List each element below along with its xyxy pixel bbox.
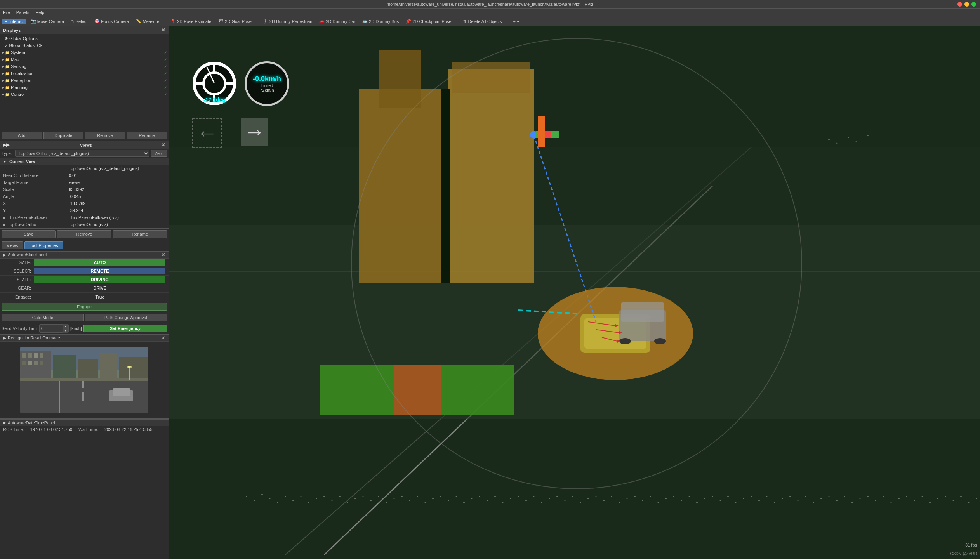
viewport[interactable]: -17.2deg -0.0km/h limited 72km/h ← → 31 …: [169, 26, 980, 559]
autoware-panel-close[interactable]: ✕: [161, 252, 165, 257]
control-check-icon: ✓: [164, 92, 167, 97]
svg-point-84: [440, 496, 441, 497]
tab-views[interactable]: Views: [2, 241, 23, 249]
tree-item-localization[interactable]: ▶ 📁 Localization ✓: [0, 70, 169, 77]
viewport-svg: [169, 26, 980, 559]
tree-item-planning[interactable]: ▶ 📁 Planning ✓: [0, 84, 169, 91]
window-controls: [957, 2, 976, 7]
recognition-close[interactable]: ✕: [161, 335, 165, 340]
tree-item-control[interactable]: ▶ 📁 Control ✓: [0, 91, 169, 98]
tab-tool-properties[interactable]: Tool Properties: [24, 241, 63, 249]
steering-value: -17.2deg: [203, 97, 226, 103]
minimize-btn[interactable]: [964, 2, 969, 7]
measure-btn[interactable]: 📏 Measure: [134, 18, 162, 24]
select-icon: ↖: [71, 19, 75, 24]
tree-item-perception[interactable]: ▶ 📁 Perception ✓: [0, 77, 169, 84]
velocity-input[interactable]: [40, 326, 63, 331]
svg-rect-30: [169, 147, 980, 419]
svg-point-154: [828, 139, 830, 140]
focus-camera-btn[interactable]: 🎯 Focus Camera: [92, 18, 131, 24]
remove-view-btn[interactable]: Remove: [57, 230, 111, 238]
svg-point-82: [425, 502, 426, 503]
duplicate-display-btn[interactable]: Duplicate: [43, 132, 84, 139]
engage-btn[interactable]: Engage: [2, 303, 167, 311]
type-label: Type:: [2, 151, 12, 156]
svg-point-96: [533, 496, 535, 497]
close-btn[interactable]: [957, 2, 962, 7]
left-panel-scroll[interactable]: Displays ✕ ⚙ Global Options ✓ Global Sta…: [0, 26, 169, 559]
map-arrow-icon: ▶: [2, 57, 4, 61]
velocity-down-btn[interactable]: ▼: [63, 328, 68, 333]
velocity-spinner: ▲ ▼: [63, 324, 68, 333]
svg-point-69: [323, 496, 325, 497]
tree-item-global-status[interactable]: ✓ Global Status: Ok: [0, 42, 169, 49]
datetime-row: ROS Time: 1970-01-08 02:31.750 Wall Time…: [0, 426, 169, 432]
svg-point-44: [654, 338, 666, 344]
svg-point-112: [658, 502, 659, 503]
menu-file[interactable]: File: [3, 10, 10, 15]
views-close-btn[interactable]: ✕: [161, 142, 165, 148]
svg-rect-7: [22, 361, 26, 365]
perception-folder-icon: 📁: [5, 78, 10, 83]
zero-btn[interactable]: Zero: [151, 150, 167, 157]
steering-hud: -17.2deg: [192, 61, 237, 106]
emergency-btn[interactable]: Set Emergency: [83, 325, 167, 332]
near-clip-value: 0.01: [67, 172, 169, 179]
svg-point-92: [502, 502, 504, 503]
dummy-pedestrian-btn[interactable]: 🚶 2D Dummy Pedestrian: [261, 18, 315, 24]
delete-all-btn[interactable]: 🗑 Delete All Objects: [460, 19, 504, 24]
svg-rect-22: [129, 366, 130, 380]
toolbar: 🖱 Interact 📷 Move Camera ↖ Select 🎯 Focu…: [0, 16, 980, 26]
path-change-btn[interactable]: Path Change Approval: [85, 314, 167, 321]
svg-rect-17: [82, 392, 84, 401]
svg-point-142: [891, 502, 892, 503]
svg-point-127: [774, 502, 775, 503]
target-frame-label: Target Frame: [0, 179, 67, 186]
svg-point-113: [665, 498, 667, 499]
gate-mode-btn[interactable]: Gate Mode: [2, 314, 84, 321]
tree-item-sensing[interactable]: ▶ 📁 Sensing ✓: [0, 63, 169, 70]
tree-item-global-options[interactable]: ⚙ Global Options: [0, 35, 169, 42]
checkpoint-pose-btn[interactable]: 📌 2D Checkpoint Pose: [403, 18, 454, 24]
pose-estimate-btn[interactable]: 📍 2D Pose Estimate: [168, 18, 214, 24]
add-display-btn[interactable]: Add: [2, 132, 42, 139]
velocity-input-wrap: ▲ ▼: [39, 324, 69, 333]
maximize-btn[interactable]: [971, 2, 976, 7]
pedestrian-icon: 🚶: [263, 19, 268, 24]
rename-view-btn[interactable]: Rename: [113, 230, 167, 238]
camera-icon: 📷: [31, 19, 36, 24]
state-row: STATE: DRIVING: [0, 276, 169, 284]
tree-item-map[interactable]: ▶ 📁 Map ✓: [0, 56, 169, 63]
svg-point-87: [463, 502, 465, 503]
dummy-car-btn[interactable]: 🚗 2D Dummy Car: [317, 18, 358, 24]
save-view-btn[interactable]: Save: [2, 230, 56, 238]
menu-help[interactable]: Help: [35, 10, 44, 15]
engage-row: Engage: True: [0, 293, 169, 301]
map-folder-icon: 📁: [5, 57, 10, 62]
global-status-icon: ✓: [5, 43, 8, 48]
views-type-select[interactable]: TopDownOrtho (rviz_default_plugins): [15, 150, 149, 157]
svg-rect-37: [394, 365, 441, 415]
svg-point-134: [829, 496, 830, 497]
camera-svg: [20, 347, 148, 413]
interact-btn[interactable]: 🖱 Interact: [2, 19, 26, 24]
velocity-up-btn[interactable]: ▲: [63, 324, 68, 328]
rename-display-btn[interactable]: Rename: [127, 132, 167, 139]
main-content: Displays ✕ ⚙ Global Options ✓ Global Sta…: [0, 26, 980, 559]
select-btn[interactable]: ↖ Select: [69, 18, 90, 24]
dummy-bus-btn[interactable]: 🚌 2D Dummy Bus: [360, 18, 401, 24]
global-options-icon: ⚙: [5, 36, 8, 41]
attribution: CSDN @ZARD: [950, 552, 977, 556]
tree-item-system[interactable]: ▶ 📁 System ✓: [0, 49, 169, 56]
current-view-header[interactable]: ▼ Current View: [0, 158, 169, 165]
goal-pose-btn[interactable]: 🏁 2D Goal Pose: [216, 18, 254, 24]
extra-tools-btn[interactable]: + ···: [511, 19, 523, 24]
svg-point-132: [813, 502, 814, 503]
menu-panels[interactable]: Panels: [16, 10, 30, 15]
svg-point-85: [448, 500, 449, 501]
remove-display-btn[interactable]: Remove: [85, 132, 125, 139]
move-camera-btn[interactable]: 📷 Move Camera: [28, 18, 66, 24]
focus-icon: 🎯: [94, 19, 100, 24]
displays-close-btn[interactable]: ✕: [161, 28, 165, 33]
svg-point-109: [634, 496, 636, 497]
